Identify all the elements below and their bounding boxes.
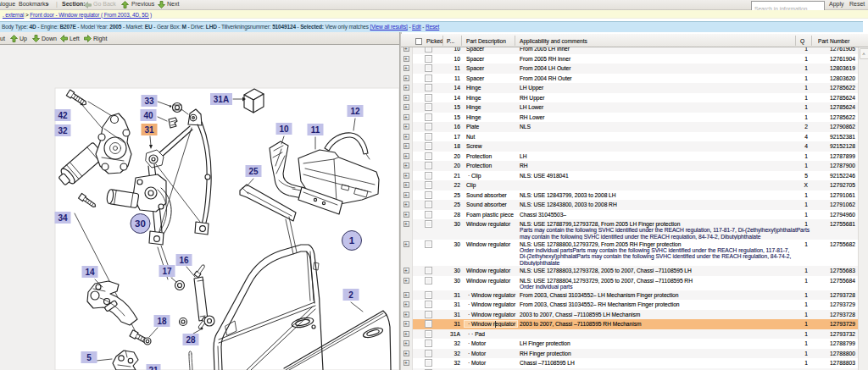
svg-text:16: 16: [179, 256, 189, 265]
svg-text:31A: 31A: [214, 95, 229, 104]
svg-text:14: 14: [85, 268, 95, 277]
svg-text:28: 28: [186, 335, 196, 345]
svg-text:5: 5: [86, 353, 92, 362]
svg-text:12: 12: [350, 107, 360, 116]
svg-text:11: 11: [311, 125, 320, 135]
svg-text:32: 32: [58, 126, 68, 135]
svg-text:40: 40: [143, 111, 153, 120]
svg-text:30: 30: [135, 218, 146, 229]
svg-text:33: 33: [144, 97, 154, 106]
svg-text:34: 34: [58, 213, 68, 223]
svg-text:2: 2: [348, 290, 353, 300]
svg-text:42: 42: [58, 111, 68, 120]
svg-text:21: 21: [148, 366, 159, 370]
svg-text:10: 10: [279, 124, 289, 134]
svg-text:1: 1: [349, 235, 355, 246]
svg-text:17: 17: [162, 267, 172, 276]
svg-text:18: 18: [157, 317, 167, 326]
svg-text:25: 25: [248, 167, 259, 176]
svg-text:31: 31: [144, 125, 154, 135]
